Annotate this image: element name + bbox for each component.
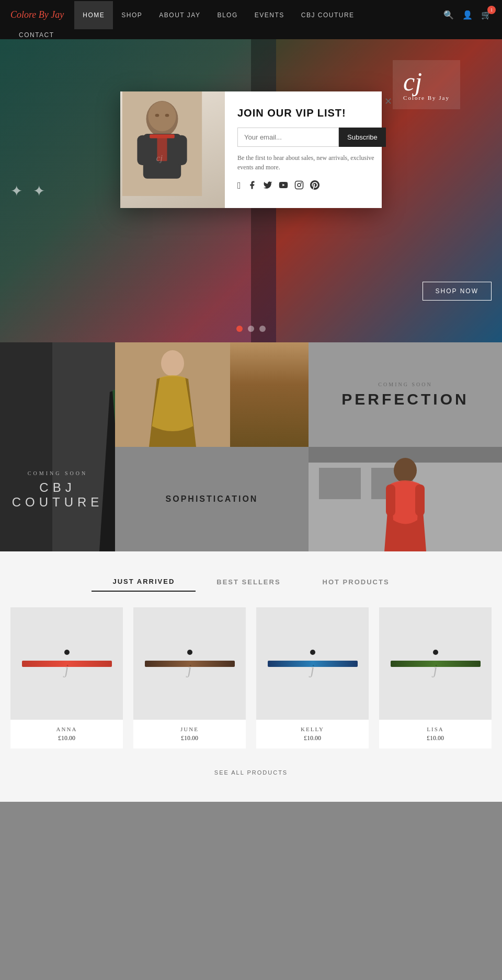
product-bg: j — [379, 607, 492, 720]
tab-best-sellers[interactable]: BEST SELLERS — [196, 572, 301, 592]
tab-hot-products[interactable]: HOT PRODUCTS — [302, 572, 410, 592]
nav-link-events[interactable]: EVENTS — [246, 1, 293, 29]
tab-just-arrived[interactable]: JUST ARRIVED — [92, 572, 196, 592]
nav-link-cbj[interactable]: CBJ COUTURE — [293, 1, 363, 29]
product-price-june: £10.00 — [140, 734, 239, 742]
coming-soon-label: COMING SOON — [378, 382, 432, 387]
hero-brand-box: cj Colore By Jay — [393, 60, 460, 109]
svg-text:cj: cj — [156, 153, 163, 163]
svg-rect-4 — [176, 135, 187, 165]
vip-modal: cj ✕ JOIN OUR VIP LIST! Subscribe Be the… — [120, 91, 382, 208]
nav-row2: CONTACT — [0, 30, 502, 39]
featured-woman-dress[interactable] — [115, 342, 309, 447]
svg-point-16 — [161, 350, 184, 376]
product-card-lisa[interactable]: j LISA £10.00 — [379, 607, 492, 748]
modal-social-links:  — [237, 180, 386, 192]
svg-rect-3 — [137, 135, 148, 165]
modal-person-image: cj — [120, 91, 225, 208]
featured-man-red[interactable] — [309, 447, 502, 551]
subscribe-button[interactable]: Subscribe — [339, 128, 386, 147]
nav-link-blog[interactable]: BLOG — [209, 1, 246, 29]
product-name-anna: ANNA — [17, 726, 117, 732]
slider-dot-2[interactable] — [248, 326, 254, 332]
slider-dot-1[interactable] — [236, 326, 243, 332]
svg-point-9 — [165, 114, 169, 117]
svg-point-29 — [394, 458, 417, 483]
hero-section: ✦ ✦ cj Colore By Jay SHOP NOW — [0, 39, 502, 342]
navbar: Colore By Jay HOME SHOP ABOUT JAY BLOG E… — [0, 0, 502, 30]
product-price-kelly: £10.00 — [263, 734, 362, 742]
featured-cbj-couture[interactable]: COMING SOON CBJ COUTURE — [0, 342, 115, 551]
brand-name-red: By Jay — [39, 9, 64, 20]
svg-rect-30 — [386, 485, 395, 516]
nav-links-top: HOME SHOP ABOUT JAY BLOG EVENTS CBJ COUT… — [74, 1, 443, 29]
email-input[interactable] — [237, 128, 339, 147]
svg-rect-27 — [319, 468, 361, 499]
cbj-stamp: j — [311, 661, 315, 678]
brand-logo[interactable]: Colore By Jay — [10, 0, 74, 30]
product-name-kelly: KELLY — [263, 726, 362, 732]
sophistication-cell: SOPHISTICATION — [115, 447, 309, 551]
product-info-june: JUNE £10.00 — [133, 720, 246, 748]
cbj-stamp: j — [65, 661, 69, 678]
person-silhouette: cj — [120, 91, 204, 196]
sophistication-label: SOPHISTICATION — [166, 494, 258, 504]
coming-soon-text: COMING SOON — [0, 470, 115, 476]
cbj-couture-text-block: COMING SOON CBJ COUTURE — [0, 470, 115, 510]
products-grid: j ANNA £10.00 j JUNE £10.00 — [10, 607, 492, 748]
products-section: JUST ARRIVED BEST SELLERS HOT PRODUCTS j… — [0, 551, 502, 802]
brand-name-part1: Colore — [10, 9, 39, 20]
product-image-anna: j — [10, 607, 123, 720]
svg-point-7 — [148, 101, 176, 131]
shop-now-button[interactable]: SHOP NOW — [423, 282, 492, 301]
star-icon: ✦ — [33, 182, 45, 200]
product-tabs: JUST ARRIVED BEST SELLERS HOT PRODUCTS — [10, 572, 492, 592]
product-info-anna: ANNA £10.00 — [10, 720, 123, 748]
nav-link-shop[interactable]: SHOP — [113, 1, 151, 29]
svg-point-14 — [301, 182, 302, 183]
featured-perfection-cell: COMING SOON PERFECTION — [309, 342, 502, 447]
instagram-link[interactable] — [294, 180, 304, 192]
cart-badge: 1 — [487, 6, 496, 14]
svg-rect-31 — [415, 485, 425, 516]
nav-link-home[interactable]: HOME — [74, 1, 113, 29]
cbj-stamp: j — [433, 661, 438, 678]
facebook-icon[interactable]:  — [237, 180, 241, 192]
cbj-couture-label: CBJ COUTURE — [12, 480, 104, 509]
youtube-link[interactable] — [279, 180, 288, 192]
svg-point-8 — [155, 114, 159, 117]
product-dot — [433, 650, 438, 655]
slider-dot-3[interactable] — [259, 326, 266, 332]
perfection-label: PERFECTION — [341, 390, 469, 408]
product-info-lisa: LISA £10.00 — [379, 720, 492, 748]
cart-icon[interactable]: 🛒 1 — [481, 10, 492, 20]
account-icon[interactable]: 👤 — [462, 10, 473, 20]
facebook-link[interactable] — [247, 180, 257, 192]
modal-title: JOIN OUR VIP LIST! — [237, 107, 386, 119]
product-card-anna[interactable]: j ANNA £10.00 — [10, 607, 123, 748]
product-name-june: JUNE — [140, 726, 239, 732]
featured-grid: COMING SOON PERFECTION COMING SOON CBJ C… — [0, 342, 502, 551]
hero-cbj-subtitle: Colore By Jay — [403, 95, 450, 101]
modal-email-row: Subscribe — [237, 128, 386, 147]
search-icon[interactable]: 🔍 — [443, 10, 454, 20]
svg-rect-12 — [295, 181, 303, 189]
product-bg: j — [10, 607, 123, 720]
nav-link-about[interactable]: ABOUT JAY — [151, 1, 209, 29]
product-price-lisa: £10.00 — [385, 734, 485, 742]
hero-cbj-logo: cj — [403, 68, 450, 95]
svg-point-13 — [298, 183, 301, 187]
product-card-kelly[interactable]: j KELLY £10.00 — [256, 607, 369, 748]
see-all-button[interactable]: SEE ALL PRODUCTS — [209, 764, 293, 781]
slider-dots — [236, 326, 266, 332]
modal-close-button[interactable]: ✕ — [384, 96, 392, 107]
product-dot — [187, 650, 192, 655]
product-dot — [310, 650, 315, 655]
hero-decorative-stars: ✦ ✦ — [10, 182, 45, 200]
cbj-stamp: j — [188, 661, 192, 678]
pinterest-link[interactable] — [310, 180, 320, 192]
product-card-june[interactable]: j JUNE £10.00 — [133, 607, 246, 748]
twitter-link[interactable] — [263, 180, 272, 192]
product-image-kelly: j — [256, 607, 369, 720]
product-bg: j — [133, 607, 246, 720]
